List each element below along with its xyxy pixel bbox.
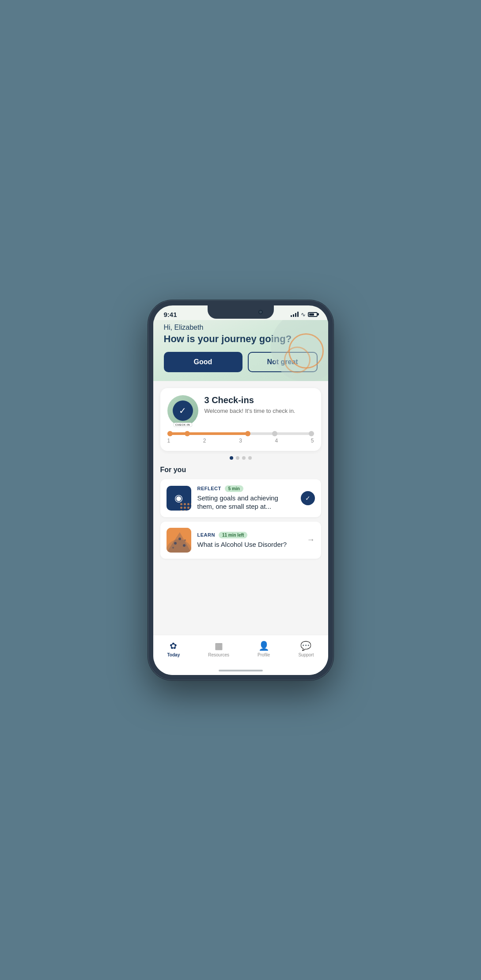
reflect-time-badge: 5 min: [225, 485, 243, 492]
nav-resources[interactable]: ▦ Resources: [203, 639, 235, 659]
reflect-category: REFLECT 5 min: [197, 485, 295, 492]
learn-title: What is Alcohol Use Disorder?: [197, 540, 301, 549]
reflect-label: REFLECT: [197, 486, 221, 491]
home-indicator: [153, 666, 328, 675]
notch: [208, 305, 274, 319]
svg-point-4: [183, 544, 186, 547]
reflect-action[interactable]: ✓: [301, 491, 315, 505]
checkin-title: 3 Check-ins: [205, 395, 314, 405]
nav-support[interactable]: 💬 Support: [293, 639, 319, 659]
phone-frame: 9:41 ∿ Hi, Elizabeth How is your jour: [148, 300, 333, 680]
profile-icon: 👤: [258, 641, 269, 651]
nav-profile-label: Profile: [258, 652, 270, 657]
progress-labels: 1 2 3 4 5: [167, 438, 314, 444]
checkin-card[interactable]: ✓ CHECK-IN 3 Check-ins Welcome back! It'…: [160, 388, 321, 451]
main-content[interactable]: ✓ CHECK-IN 3 Check-ins Welcome back! It'…: [153, 381, 328, 635]
nav-today-label: Today: [167, 652, 180, 657]
learn-action[interactable]: →: [307, 535, 315, 545]
resources-icon: ▦: [215, 641, 223, 651]
checkin-label: CHECK-IN: [173, 423, 192, 427]
home-bar: [219, 670, 263, 671]
dot-3: [242, 456, 246, 460]
learn-card[interactable]: LEARN 11 min left What is Alcohol Use Di…: [160, 522, 321, 559]
section-title: For you: [160, 466, 321, 474]
reflect-title: Setting goals and achieving them, one sm…: [197, 494, 295, 511]
good-button[interactable]: Good: [164, 352, 242, 372]
reflect-thumbnail: ◉: [167, 486, 191, 511]
bottom-nav: ✿ Today ▦ Resources 👤 Profile 💬 Support: [153, 635, 328, 666]
status-time: 9:41: [164, 311, 177, 318]
svg-point-6: [184, 539, 186, 541]
svg-marker-1: [167, 532, 191, 553]
progress-track: [167, 432, 314, 435]
dot-4: [248, 456, 252, 460]
dot-1: [230, 456, 233, 460]
signal-icon: [291, 312, 299, 317]
checkin-icon: ✓ CHECK-IN: [167, 395, 198, 426]
check-done-icon: ✓: [301, 491, 315, 505]
learn-time-badge: 11 min left: [219, 532, 247, 538]
header-area: Hi, Elizabeth How is your journey going?…: [153, 320, 328, 381]
nav-resources-label: Resources: [208, 652, 229, 657]
support-icon: 💬: [300, 641, 311, 651]
front-camera: [258, 310, 263, 314]
nav-support-label: Support: [298, 652, 314, 657]
checkin-description: Welcome back! It's time to check in.: [205, 407, 314, 415]
svg-point-2: [174, 542, 177, 545]
progress-container: 1 2 3 4 5: [167, 432, 314, 444]
nav-today[interactable]: ✿ Today: [162, 639, 186, 659]
status-icons: ∿: [291, 311, 318, 318]
today-icon: ✿: [170, 641, 177, 651]
wifi-icon: ∿: [301, 311, 306, 318]
learn-label: LEARN: [197, 532, 215, 538]
battery-icon: [308, 312, 318, 317]
progress-fill: [167, 432, 248, 435]
svg-point-5: [172, 547, 174, 549]
dot-2: [236, 456, 239, 460]
carousel-dots: [160, 456, 321, 460]
learn-category: LEARN 11 min left: [197, 532, 301, 538]
check-circle: ✓: [173, 400, 193, 421]
nav-profile[interactable]: 👤 Profile: [252, 639, 275, 659]
svg-point-3: [178, 538, 181, 540]
learn-thumbnail: [167, 528, 191, 553]
arrow-right-icon: →: [307, 535, 315, 544]
reflect-card[interactable]: ◉: [160, 479, 321, 517]
header-decoration-ring-2: [284, 347, 311, 373]
phone-screen: 9:41 ∿ Hi, Elizabeth How is your jour: [153, 305, 328, 675]
card-header: ✓ CHECK-IN 3 Check-ins Welcome back! It'…: [167, 395, 314, 426]
